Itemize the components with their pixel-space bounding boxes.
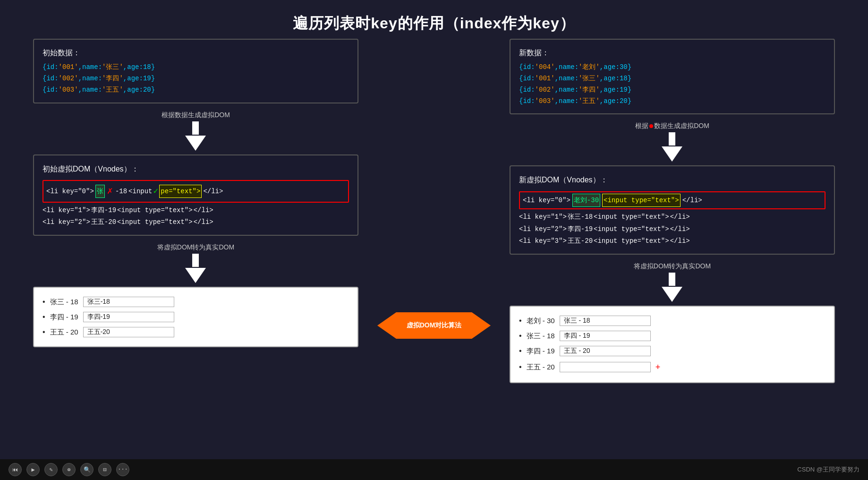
right-real-input-1[interactable] [560,316,651,326]
new-vdom-box: 新虚拟DOM（Vnodes）： <li key="0"> 老刘-30 <inpu… [510,165,835,255]
left-real-dom-box: • 张三 - 18 • 李四 - 19 • 王五 - 20 [33,287,358,347]
main-container: 遍历列表时key的作用（index作为key） 初始数据： {id:'001',… [0,0,868,480]
real-row-2: • 李四 - 19 [43,309,349,325]
right-arrow-2: 将虚拟DOM转为真实DOM [634,262,711,302]
initial-data-box: 初始数据： {id:'001',name:'张三',age:18} {id:'0… [33,39,358,103]
vdom-highlighted-row: <li key="0"> 张 ✗ -18 <input ✓ pe="text">… [43,180,349,203]
new-vdom-input: <input type="text"> [602,194,681,207]
ctrl-edit-btn[interactable]: ✎ [44,463,58,476]
right-real-input-4[interactable] [560,362,651,372]
right-column: 新数据： {id:'004',name:'老刘',age:30} {id:'00… [495,39,849,480]
right-arrow2-label: 将虚拟DOM转为真实DOM [634,262,711,271]
right-real-row-4: • 王五 - 20 + [519,359,825,376]
right-real-input-2[interactable] [560,331,651,341]
right-real-row-3: • 李四 - 19 [519,343,825,359]
real-input-2[interactable] [83,312,174,322]
ctrl-zoom-btn[interactable]: 🔍 [80,463,94,476]
new-vdom-row-4: <li key="3"> 王五-20 <input type="text"> <… [519,235,825,247]
right-arrow2-stem [669,273,675,286]
new-data-title: 新数据： [519,46,825,59]
center-arrow-label: 虚拟DOM对比算法 [407,321,462,330]
vdom-name-zhang: 张 [95,185,105,198]
left-arrow-1: 根据数据生成虚拟DOM [162,111,230,151]
ctrl-add-btn[interactable]: ⊕ [62,463,76,476]
right-real-dom-box: • 老刘 - 30 • 张三 - 18 • 李四 - 19 • 王五 - 20 [510,306,835,383]
new-vdom-row-2: <li key="1"> 张三-18 <input type="text"> <… [519,211,825,223]
real-input-3[interactable] [83,327,174,337]
vdom-input-tag: <input ✓ pe="text"> [128,183,202,199]
left-column: 初始数据： {id:'001',name:'张三',age:18} {id:'0… [19,39,373,480]
new-vdom-row-3: <li key="2"> 李四-19 <input type="text"> <… [519,223,825,235]
initial-data-line-3: {id:'003',name:'王五',age:20} [43,85,349,96]
real-row-3: • 王五 - 20 [43,325,349,340]
left-arrow2-head [185,268,206,283]
right-arrow2-head [662,287,682,302]
bottom-controls: ⏮ ▶ ✎ ⊕ 🔍 ⊟ ··· [9,463,129,476]
content-area: 初始数据： {id:'001',name:'张三',age:18} {id:'0… [0,39,868,480]
new-data-box: 新数据： {id:'004',name:'老刘',age:30} {id:'00… [510,39,835,114]
arrow-body: 虚拟DOM对比算法 [396,312,472,339]
right-real-row-2: • 张三 - 18 [519,328,825,343]
initial-vdom-title: 初始虚拟DOM（Vnodes）： [43,162,349,176]
right-real-row-1: • 老刘 - 30 [519,313,825,328]
add-icon[interactable]: + [655,359,661,376]
left-arrow1-label: 根据数据生成虚拟DOM [162,111,230,120]
right-arrow1-label: 根据数据生成虚拟DOM [635,122,709,130]
left-arrow2-label: 将虚拟DOM转为真实DOM [157,243,234,252]
bidirectional-arrow: 虚拟DOM对比算法 [377,312,491,339]
right-real-input-3[interactable] [560,346,651,356]
vdom-age: -18 [115,185,127,198]
bottom-credit: CSDN @王同学要努力 [797,465,859,474]
initial-data-line-1: {id:'001',name:'张三',age:18} [43,62,349,73]
cross-icon: ✗ [107,182,113,200]
ctrl-more-btn[interactable]: ··· [116,463,129,476]
new-vdom-name-laoliu: 老刘-30 [572,194,600,207]
ctrl-minus-btn[interactable]: ⊟ [98,463,111,476]
bottom-bar: ⏮ ▶ ✎ ⊕ 🔍 ⊟ ··· CSDN @王同学要努力 [0,459,868,480]
left-arrow1-stem [192,121,199,135]
page-title: 遍历列表时key的作用（index作为key） [293,13,575,34]
initial-vdom-box: 初始虚拟DOM（Vnodes）： <li key="0"> 张 ✗ -18 <i… [33,154,358,236]
vdom-row-3: <li key="2"> 王五-20 <input type="text"> <… [43,216,349,228]
left-arrow2-stem [192,254,199,267]
real-row-1: • 张三 - 18 [43,294,349,309]
arrow-right-head [472,312,491,339]
right-arrow-1: 根据数据生成虚拟DOM [635,122,709,162]
vdom-tag-close: </li> [203,185,223,198]
ctrl-prev-btn[interactable]: ⏮ [9,463,22,476]
right-arrow1-stem [669,132,675,146]
initial-data-title: 初始数据： [43,46,349,59]
new-data-line-4: {id:'003',name:'王五',age:20} [519,96,825,107]
new-data-line-1: {id:'004',name:'老刘',age:30} [519,62,825,73]
new-data-line-3: {id:'002',name:'李四',age:19} [519,85,825,96]
new-vdom-title: 新虚拟DOM（Vnodes）： [519,173,825,187]
real-input-1[interactable] [83,297,174,307]
ctrl-play-btn[interactable]: ▶ [26,463,40,476]
right-arrow1-head [662,146,682,162]
arrow-left-head [377,312,396,339]
new-data-line-2: {id:'001',name:'张三',age:18} [519,73,825,85]
left-arrow1-head [185,136,206,151]
new-vdom-highlighted-row: <li key="0"> 老刘-30 <input type="text"> <… [519,191,825,210]
initial-data-line-2: {id:'002',name:'李四',age:19} [43,73,349,85]
center-area: 虚拟DOM对比算法 [373,171,495,480]
left-arrow-2: 将虚拟DOM转为真实DOM [157,243,234,283]
vdom-tag-open: <li key="0"> [46,185,94,198]
check-icon: ✓ [153,183,159,199]
vdom-row-2: <li key="1"> 李四-19 <input type="text"> <… [43,205,349,216]
